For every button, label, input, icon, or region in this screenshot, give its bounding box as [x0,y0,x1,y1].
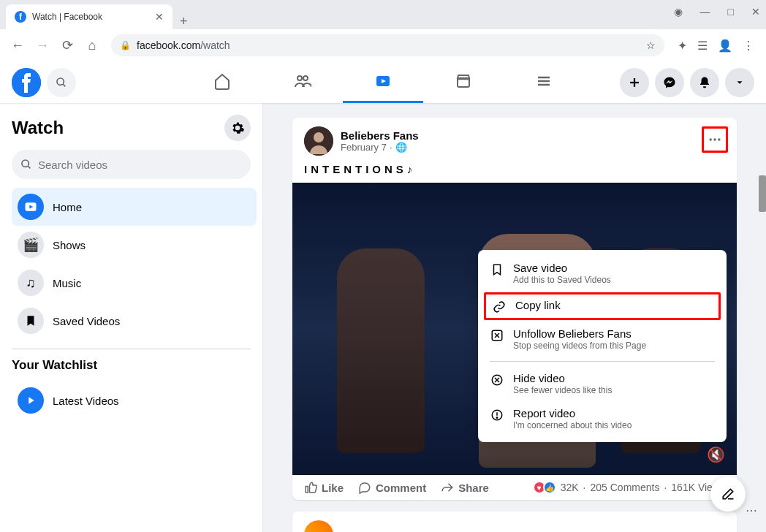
post-date: February 7 [341,142,387,153]
browser-chrome: f Watch | Facebook ✕ + ◉ — □ ✕ ← → ⟳ ⌂ 🔒… [0,0,766,61]
compose-button[interactable] [710,476,746,512]
settings-button[interactable] [224,115,251,141]
fb-top-nav [182,62,584,103]
fb-search-button[interactable] [47,68,76,97]
url-domain: facebook.com [137,39,200,51]
sidebar-label: Shows [53,239,86,251]
sidebar: Watch Home 🎬 Shows ♫ Music Saved Videos … [0,103,263,532]
svg-point-15 [314,132,324,142]
sidebar-item-shows[interactable]: 🎬 Shows [12,226,257,264]
link-icon [492,299,507,314]
notifications-button[interactable] [690,68,719,97]
profile-avatar-icon[interactable]: 👤 [718,39,732,53]
mute-icon[interactable]: 🔇 [707,446,725,463]
menu-dots-icon[interactable]: ⋮ [743,39,754,53]
reload-button[interactable]: ⟳ [57,35,77,56]
scrollbar-thumb[interactable] [759,175,766,212]
extension-icon[interactable]: ✦ [678,39,687,53]
alert-icon [490,407,504,422]
menu-divider [490,361,715,362]
url-input[interactable]: 🔒 facebook.com/watch ☆ [111,34,664,56]
home-button[interactable]: ⌂ [82,35,102,56]
post-caption: INTENTIONS♪ [292,160,737,183]
star-icon[interactable]: ☆ [646,39,656,51]
sidebar-label: Music [53,277,81,289]
sidebar-title: Watch [12,118,64,138]
globe-icon: 🌐 [395,142,407,153]
forward-button[interactable]: → [32,35,53,56]
menu-report-video[interactable]: Report video I'm concerned about this vi… [478,401,727,436]
menu-copy-link[interactable]: Copy link [484,292,721,320]
search-videos-input[interactable] [12,150,251,179]
post-header: Beliebers Fans February 7 · 🌐 [292,118,737,160]
bookmark-icon [18,308,44,334]
float-more-icon[interactable]: ⋯ [746,503,757,517]
create-button[interactable] [620,68,649,97]
like-reaction-icon: 👍 [543,481,556,494]
watchlist-latest-videos[interactable]: Latest Videos [12,381,257,419]
nav-hamburger[interactable] [504,62,584,103]
new-tab-button[interactable]: + [172,14,195,29]
svg-point-1 [57,78,64,85]
menu-save-video[interactable]: Save video Add this to Saved Videos [478,256,727,291]
tab-favicon: f [15,11,26,23]
nav-watch[interactable] [343,62,423,103]
menu-unfollow[interactable]: Unfollow Beliebers Fans Stop seeing vide… [478,322,727,357]
sidebar-item-music[interactable]: ♫ Music [12,264,257,302]
watch-icon [18,194,44,220]
url-path: /watch [200,39,230,51]
comments-count[interactable]: 205 Comments [590,482,659,493]
sidebar-item-home[interactable]: Home [12,188,257,226]
post-actions: Like Comment Share ♥ 👍 [292,475,737,500]
tab-title: Watch | Facebook [32,12,149,22]
post-author-name[interactable]: Beliebers Fans [341,129,419,142]
x-square-icon [490,327,504,342]
svg-point-3 [297,76,302,80]
fb-logo[interactable] [12,68,41,97]
lock-icon: 🔒 [120,40,131,50]
nav-friends[interactable] [262,62,343,103]
note-icon: ♫ [18,270,44,296]
reaction-icons[interactable]: ♥ 👍 [536,481,556,494]
svg-point-18 [718,138,720,140]
messenger-button[interactable] [655,68,684,97]
svg-point-11 [22,160,29,167]
back-button[interactable]: ← [7,35,28,56]
post-author-avatar[interactable] [304,126,333,156]
nav-marketplace[interactable] [423,62,504,103]
svg-point-4 [303,76,308,80]
svg-point-27 [496,417,498,419]
nav-home[interactable] [182,62,262,103]
watchlist-title: Your Watchlist [12,358,257,373]
next-post-avatar[interactable] [304,520,333,532]
incognito-icon: ◉ [674,6,683,18]
fb-header [0,61,766,103]
next-post-author[interactable]: Tasty [341,529,368,533]
fb-header-right [620,68,754,97]
maximize-button[interactable]: □ [728,6,734,18]
reading-list-icon[interactable]: ☰ [697,39,708,53]
sidebar-item-saved[interactable]: Saved Videos [12,302,257,340]
address-bar: ← → ⟳ ⌂ 🔒 facebook.com/watch ☆ ✦ ☰ 👤 ⋮ [0,29,766,61]
search-videos-field[interactable] [38,159,242,171]
likes-count[interactable]: 32K [561,482,579,493]
divider [12,349,251,349]
x-circle-icon [490,372,504,387]
menu-hide-video[interactable]: Hide video See fewer videos like this [478,366,727,401]
tab-close-icon[interactable]: ✕ [155,11,164,23]
toolbar-icons: ✦ ☰ 👤 ⋮ [673,39,759,53]
tab-bar: f Watch | Facebook ✕ + ◉ — □ ✕ [0,0,766,29]
play-icon [18,387,44,414]
account-dropdown[interactable] [725,68,754,97]
browser-tab[interactable]: f Watch | Facebook ✕ [6,4,172,29]
svg-line-2 [63,84,65,86]
post-more-button[interactable] [702,126,728,153]
window-controls: ◉ — □ ✕ [674,6,760,18]
like-button[interactable]: Like [304,481,344,494]
minimize-button[interactable]: — [700,6,710,18]
sidebar-label: Saved Videos [53,315,120,327]
comment-button[interactable]: Comment [358,481,426,494]
close-window-button[interactable]: ✕ [751,6,760,18]
post-stats: ♥ 👍 32K · 205 Comments · 161K Views [536,481,725,494]
share-button[interactable]: Share [441,481,489,494]
